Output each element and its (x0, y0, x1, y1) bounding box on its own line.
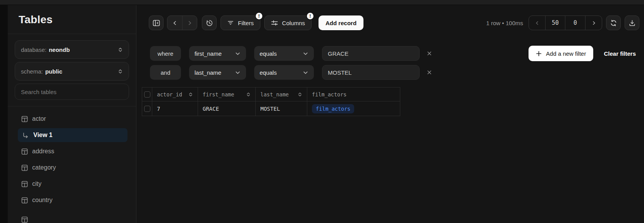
filter-operator-value: equals (260, 69, 277, 76)
schema-select[interactable]: schema: public (15, 62, 129, 81)
add-record-button[interactable]: Add record (319, 15, 363, 30)
sidebar-item-address[interactable]: address (15, 143, 129, 160)
app-shell: Tables database: neondb schema: public (0, 5, 644, 223)
row-checkbox[interactable] (144, 106, 150, 112)
table-header-row: actor_id first_name last_name (142, 87, 400, 101)
filter-operator-select[interactable]: equals (254, 46, 314, 61)
window-top-strip (0, 0, 644, 5)
filter-bar: where first_name equals (150, 46, 639, 80)
remove-filter-button[interactable] (424, 48, 434, 58)
filter-value-input[interactable] (322, 65, 420, 80)
column-header-first-name[interactable]: first_name (198, 87, 256, 101)
database-select-value: neondb (49, 46, 70, 53)
column-header-last-name[interactable]: last_name (256, 87, 307, 101)
chevron-down-icon (303, 51, 308, 57)
close-icon (427, 70, 432, 75)
filter-field-value: first_name (195, 50, 222, 57)
sidebar-item-country[interactable]: country (15, 192, 129, 208)
chevron-up-down-icon (118, 69, 123, 74)
next-page-button[interactable] (585, 16, 602, 30)
filter-conjunction: and (150, 65, 181, 80)
filter-field-value: last_name (195, 69, 221, 76)
sidebar: Tables database: neondb schema: public (8, 5, 136, 223)
refresh-button[interactable] (606, 15, 621, 30)
toggle-sidebar-button[interactable] (149, 15, 164, 30)
sidebar-item-category[interactable]: category (15, 160, 129, 176)
filter-row: where first_name equals (150, 46, 639, 61)
sort-icon[interactable] (188, 92, 193, 97)
toolbar: Filters ! Columns ! Add record 1 row • 1… (149, 15, 639, 30)
left-edge-strip (0, 5, 8, 223)
cell-film-actors: film_actors (307, 101, 400, 116)
column-header-label: film_actors (312, 91, 346, 98)
filter-value-input[interactable] (322, 46, 420, 61)
filter-icon (227, 19, 234, 26)
panel-left-close-icon (153, 19, 160, 27)
plus-icon (536, 51, 542, 57)
table-icon (21, 181, 28, 187)
film-actors-link[interactable]: film_actors (312, 104, 354, 113)
history-nav-group (167, 15, 197, 30)
filter-row: and last_name equals (150, 65, 639, 80)
sidebar-item-label: country (32, 197, 52, 204)
forward-button[interactable] (182, 16, 197, 30)
filter-field-select[interactable]: last_name (189, 65, 246, 80)
chevron-down-icon (235, 51, 241, 57)
columns-button-label: Columns (282, 20, 305, 26)
page-title: Tables (19, 14, 125, 26)
chevron-left-icon (534, 20, 540, 26)
sidebar-item-label: city (32, 180, 41, 187)
table-icon (21, 165, 28, 171)
cell-value: 7 (157, 106, 160, 112)
add-filter-button[interactable]: Add a new filter (529, 46, 593, 61)
page-offset-value[interactable]: 0 (565, 16, 585, 30)
filter-operator-value: equals (260, 50, 277, 57)
schema-select-label: schema: (21, 68, 43, 75)
toolbar-right: 1 row • 100ms 50 0 (486, 15, 639, 30)
sort-icon[interactable] (246, 92, 251, 97)
page-size-value[interactable]: 50 (545, 16, 565, 30)
column-header-film-actors[interactable]: film_actors (307, 87, 400, 101)
search-tables-input[interactable] (15, 84, 129, 100)
sidebar-header: Tables (8, 5, 136, 34)
cell-actor-id[interactable]: 7 (152, 101, 198, 116)
chevron-down-icon (235, 70, 241, 75)
database-select-label: database: (21, 46, 46, 53)
filter-operator-select[interactable]: equals (254, 65, 314, 80)
chevron-down-icon (303, 70, 308, 75)
back-button[interactable] (167, 16, 182, 30)
clear-filters-button[interactable]: Clear filters (604, 50, 636, 57)
download-button[interactable] (625, 15, 639, 30)
sort-icon[interactable] (298, 92, 302, 97)
table-row: 7 GRACE MOSTEL film_actors (142, 101, 400, 116)
chevron-right-icon (186, 20, 193, 26)
cell-first-name[interactable]: GRACE (198, 101, 256, 116)
sidebar-item-actor[interactable]: actor (15, 111, 129, 127)
result-meta: 1 row • 100ms (486, 20, 523, 26)
refresh-icon (610, 19, 617, 27)
data-table: actor_id first_name last_name (142, 87, 400, 116)
add-filter-label: Add a new filter (546, 50, 586, 57)
sidebar-item-partial[interactable] (15, 211, 129, 223)
table-list: actor View 1 address (15, 106, 129, 223)
remove-filter-button[interactable] (424, 67, 434, 77)
row-select-cell (142, 101, 152, 116)
main-panel: Filters ! Columns ! Add record 1 row • 1… (136, 5, 644, 223)
column-header-label: last_name (260, 91, 289, 98)
query-history-button[interactable] (202, 15, 217, 30)
select-all-checkbox[interactable] (144, 91, 150, 98)
sidebar-item-view-1[interactable]: View 1 (18, 128, 127, 142)
prev-page-button[interactable] (529, 16, 545, 30)
corner-down-right-icon (22, 132, 29, 139)
cell-last-name[interactable]: MOSTEL (256, 101, 307, 116)
close-icon (427, 51, 432, 56)
column-header-actor-id[interactable]: actor_id (152, 87, 198, 101)
filters-button[interactable]: Filters ! (220, 15, 260, 30)
sliders-icon (271, 19, 278, 27)
filter-field-select[interactable]: first_name (189, 46, 246, 61)
columns-button[interactable]: Columns ! (264, 15, 312, 30)
table-icon (21, 116, 28, 122)
sidebar-item-city[interactable]: city (15, 176, 129, 192)
chevron-right-icon (591, 20, 597, 26)
database-select[interactable]: database: neondb (15, 40, 129, 59)
